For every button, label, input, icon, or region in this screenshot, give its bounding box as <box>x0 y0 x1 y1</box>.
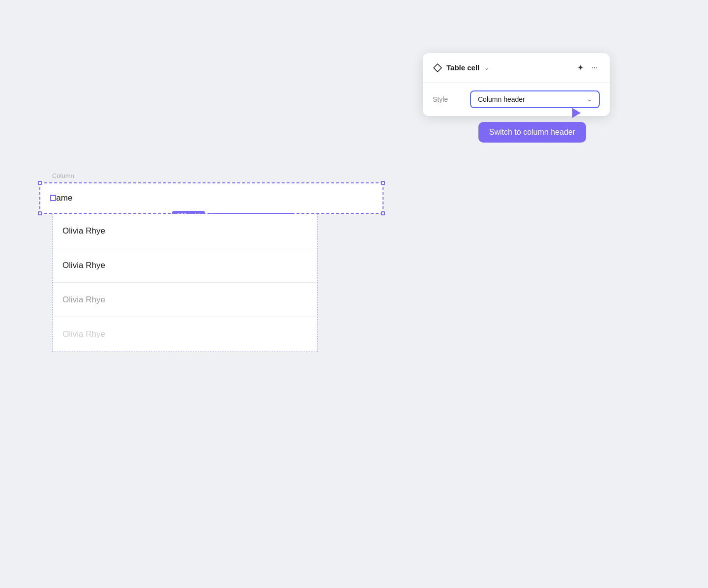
dropdown-chevron-icon: ⌄ <box>587 96 592 103</box>
canvas-area: Column Name 320 × 44 Select first table … <box>39 172 384 352</box>
handle-top-left <box>38 181 42 185</box>
style-dropdown[interactable]: Column header ⌄ <box>470 90 600 108</box>
panel-header: Table cell ⌄ ✦ ··· <box>423 53 610 83</box>
panel-body: Style Column header ⌄ <box>423 83 610 116</box>
table-row[interactable]: Olivia Rhye <box>53 283 317 317</box>
tooltip-switch: Switch to column header <box>478 122 586 143</box>
more-icon[interactable]: ··· <box>590 61 600 74</box>
table-row[interactable]: Olivia Rhye <box>53 317 317 352</box>
style-label: Style <box>433 95 462 103</box>
table-row[interactable]: Olivia Rhye <box>53 214 317 248</box>
handle-bottom-right <box>381 211 385 215</box>
column-label: Column <box>52 172 384 179</box>
table-header-cell[interactable]: Name 320 × 44 Select first table cell <box>39 182 384 214</box>
properties-panel: Table cell ⌄ ✦ ··· Style Column header ⌄ <box>423 53 610 116</box>
panel-title: Table cell <box>446 63 479 72</box>
table-row[interactable]: Olivia Rhye <box>53 248 317 283</box>
move-icon[interactable]: ✦ <box>575 61 586 74</box>
style-value: Column header <box>478 95 525 103</box>
handle-top-right <box>381 181 385 185</box>
handle-bottom-left <box>38 211 42 215</box>
table-data: Olivia Rhye Olivia Rhye Olivia Rhye Oliv… <box>52 214 318 352</box>
header-cell-text: Name <box>50 193 72 203</box>
panel-title-chevron[interactable]: ⌄ <box>484 64 489 71</box>
diamond-icon <box>433 63 442 73</box>
